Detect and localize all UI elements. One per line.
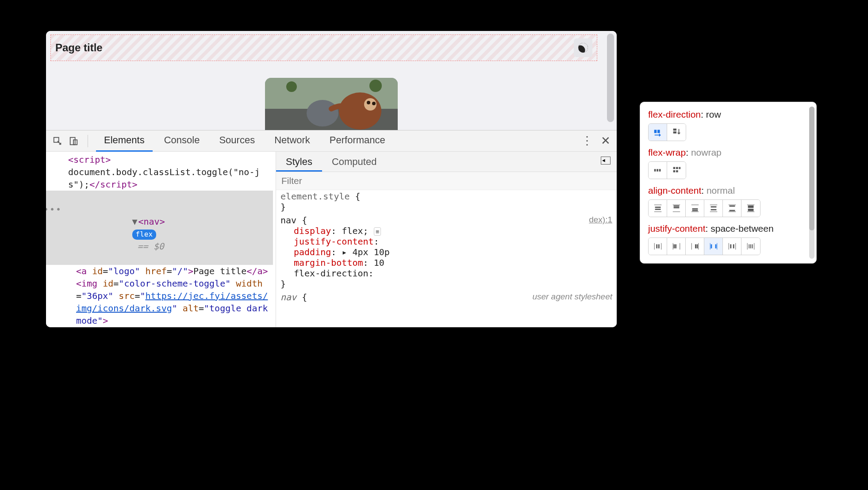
- align-content-stretch-button[interactable]: [741, 200, 760, 217]
- svg-rect-61: [717, 243, 717, 250]
- align-content-row: align-content: normal: [648, 185, 808, 217]
- svg-rect-72: [752, 244, 753, 248]
- svg-rect-39: [710, 211, 717, 212]
- svg-rect-23: [676, 170, 678, 172]
- justify-content-flex-start-button[interactable]: [667, 238, 686, 255]
- svg-rect-41: [729, 206, 735, 207]
- flex-wrap-wrap-button[interactable]: [667, 162, 686, 179]
- svg-rect-68: [747, 243, 748, 250]
- align-content-flex-end-button[interactable]: [686, 200, 704, 217]
- flex-direction-row: flex-direction: row: [648, 109, 808, 141]
- flex-direction-column-button[interactable]: [667, 124, 686, 141]
- svg-rect-71: [750, 244, 751, 248]
- svg-rect-62: [711, 244, 712, 248]
- justify-content-space-evenly-button[interactable]: [741, 238, 760, 255]
- svg-rect-40: [728, 205, 736, 205]
- svg-rect-58: [695, 244, 696, 248]
- svg-rect-34: [692, 210, 698, 211]
- svg-rect-20: [676, 167, 678, 169]
- svg-rect-55: [675, 244, 676, 248]
- svg-rect-42: [729, 210, 735, 211]
- flex-wrap-row: flex-wrap: nowrap: [648, 147, 808, 179]
- svg-rect-48: [654, 243, 654, 250]
- svg-rect-17: [657, 169, 658, 172]
- svg-rect-70: [749, 244, 749, 248]
- svg-rect-44: [747, 205, 755, 205]
- svg-rect-45: [748, 206, 754, 208]
- svg-rect-53: [680, 243, 680, 250]
- browser-devtools-window: Page title: [46, 31, 617, 327]
- svg-rect-67: [733, 244, 734, 248]
- svg-rect-13: [657, 130, 660, 133]
- svg-rect-26: [654, 205, 661, 205]
- flex-wrap-nowrap-button[interactable]: [649, 162, 667, 179]
- flexbox-editor-popover: flex-direction: row flex-wrap: nowrap al…: [640, 102, 817, 264]
- justify-content-flex-end-button[interactable]: [686, 238, 704, 255]
- justify-content-row: justify-content: space-between: [648, 223, 808, 255]
- svg-rect-43: [728, 211, 736, 212]
- popover-scrollbar[interactable]: [809, 107, 814, 259]
- svg-rect-35: [691, 211, 699, 212]
- svg-rect-60: [710, 243, 710, 250]
- svg-rect-50: [656, 244, 657, 248]
- svg-rect-33: [692, 208, 698, 210]
- svg-rect-31: [672, 211, 680, 212]
- svg-rect-25: [655, 209, 661, 210]
- svg-rect-51: [658, 244, 659, 248]
- svg-rect-14: [673, 129, 676, 131]
- svg-rect-29: [673, 206, 679, 207]
- svg-rect-27: [654, 211, 661, 212]
- svg-rect-36: [710, 205, 717, 205]
- svg-rect-28: [672, 205, 680, 205]
- justify-content-space-between-button[interactable]: [704, 238, 723, 255]
- svg-rect-21: [679, 167, 681, 169]
- svg-rect-15: [673, 131, 676, 134]
- svg-rect-65: [735, 243, 736, 250]
- align-content-flex-start-button[interactable]: [667, 200, 686, 217]
- svg-rect-18: [659, 169, 661, 172]
- svg-rect-32: [691, 205, 699, 205]
- svg-rect-64: [728, 243, 729, 250]
- svg-rect-24: [655, 207, 661, 208]
- svg-rect-57: [698, 243, 699, 250]
- svg-rect-56: [691, 243, 691, 250]
- svg-rect-38: [711, 209, 716, 211]
- svg-rect-19: [673, 167, 676, 169]
- svg-rect-47: [747, 211, 755, 212]
- svg-rect-12: [654, 130, 657, 133]
- svg-rect-54: [673, 244, 675, 248]
- svg-rect-59: [696, 244, 698, 248]
- justify-content-center-button[interactable]: [649, 238, 667, 255]
- svg-rect-22: [673, 170, 676, 172]
- svg-rect-49: [661, 243, 661, 250]
- svg-rect-46: [748, 209, 754, 211]
- svg-rect-69: [754, 243, 754, 250]
- svg-rect-16: [654, 169, 656, 172]
- svg-rect-66: [730, 244, 731, 248]
- align-content-space-around-button[interactable]: [704, 200, 723, 217]
- svg-rect-63: [715, 244, 716, 248]
- svg-rect-37: [711, 206, 716, 207]
- svg-rect-52: [672, 243, 673, 250]
- align-content-space-between-button[interactable]: [723, 200, 741, 217]
- justify-content-space-around-button[interactable]: [723, 238, 741, 255]
- align-content-center-button[interactable]: [649, 200, 667, 217]
- flex-direction-row-button[interactable]: [649, 124, 667, 141]
- svg-rect-30: [673, 207, 679, 208]
